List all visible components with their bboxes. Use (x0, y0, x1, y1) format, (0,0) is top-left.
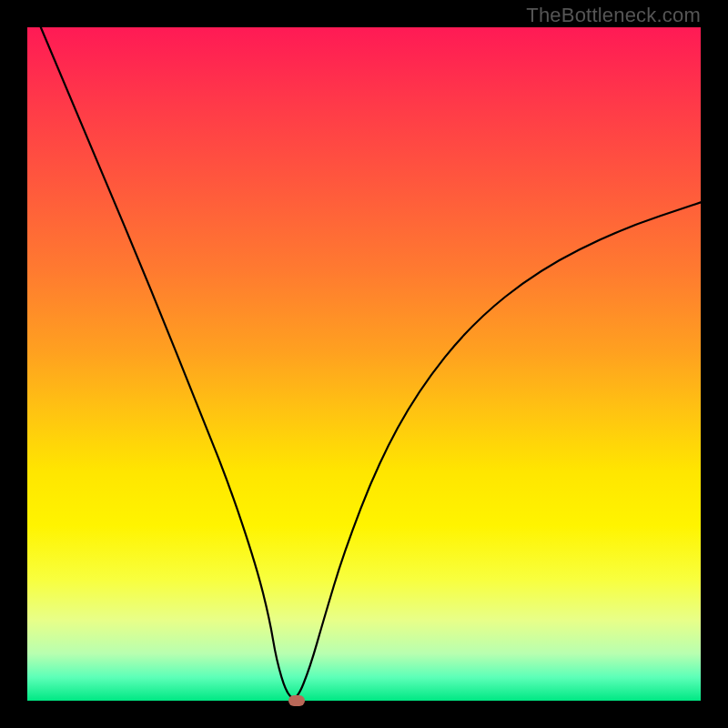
bottleneck-curve (27, 27, 701, 701)
chart-frame: TheBottleneck.com (0, 0, 728, 728)
minimum-marker (288, 695, 305, 706)
watermark-text: TheBottleneck.com (526, 4, 701, 27)
plot-area (27, 27, 701, 701)
